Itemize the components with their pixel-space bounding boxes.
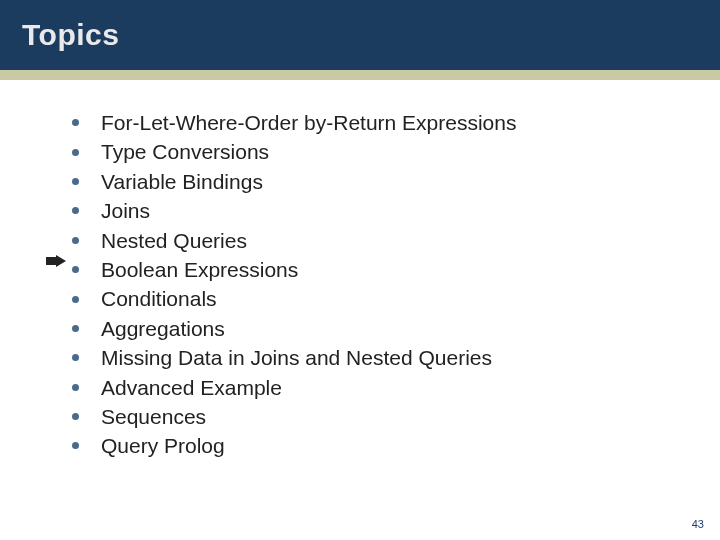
svg-marker-0 (46, 255, 66, 267)
list-item: Missing Data in Joins and Nested Queries (72, 343, 720, 372)
bullet-dot-icon (72, 325, 79, 332)
page-number: 43 (692, 518, 704, 530)
bullet-dot-icon (72, 296, 79, 303)
list-item-label: Query Prolog (101, 431, 225, 460)
bullet-dot-icon (72, 119, 79, 126)
list-item: Conditionals (72, 284, 720, 313)
list-item-label: Advanced Example (101, 373, 282, 402)
list-item-label: Nested Queries (101, 226, 247, 255)
list-item: Nested Queries (72, 226, 720, 255)
list-item: Advanced Example (72, 373, 720, 402)
slide-content: For-Let-Where-Order by-Return Expression… (0, 80, 720, 461)
slide-title: Topics (22, 18, 720, 52)
list-item: Boolean Expressions (72, 255, 720, 284)
pointer-arrow-icon (46, 255, 66, 267)
bullet-dot-icon (72, 354, 79, 361)
list-item-label: Joins (101, 196, 150, 225)
list-item: Joins (72, 196, 720, 225)
bullet-list: For-Let-Where-Order by-Return Expression… (72, 108, 720, 461)
slide-header: Topics (0, 0, 720, 70)
bullet-dot-icon (72, 149, 79, 156)
bullet-dot-icon (72, 207, 79, 214)
list-item-label: Boolean Expressions (101, 255, 298, 284)
list-item-label: Variable Bindings (101, 167, 263, 196)
list-item-label: Type Conversions (101, 137, 269, 166)
list-item: Aggregations (72, 314, 720, 343)
bullet-dot-icon (72, 266, 79, 273)
list-item-label: Missing Data in Joins and Nested Queries (101, 343, 492, 372)
list-item: For-Let-Where-Order by-Return Expression… (72, 108, 720, 137)
list-item: Type Conversions (72, 137, 720, 166)
bullet-dot-icon (72, 442, 79, 449)
list-item-label: Aggregations (101, 314, 225, 343)
bullet-dot-icon (72, 384, 79, 391)
bullet-dot-icon (72, 237, 79, 244)
list-item-label: Conditionals (101, 284, 217, 313)
accent-bar (0, 70, 720, 80)
bullet-dot-icon (72, 178, 79, 185)
list-item-label: For-Let-Where-Order by-Return Expression… (101, 108, 516, 137)
list-item: Variable Bindings (72, 167, 720, 196)
list-item: Sequences (72, 402, 720, 431)
list-item: Query Prolog (72, 431, 720, 460)
bullet-dot-icon (72, 413, 79, 420)
list-item-label: Sequences (101, 402, 206, 431)
